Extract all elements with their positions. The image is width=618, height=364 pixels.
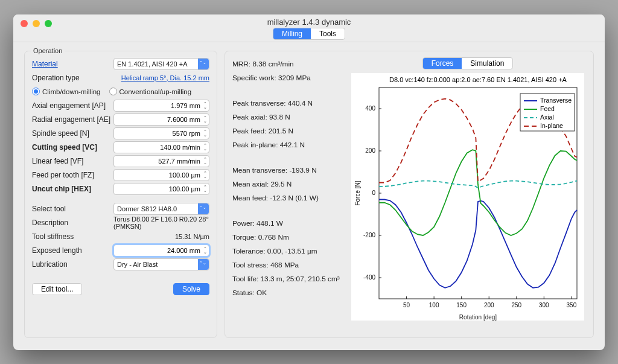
radio-climb[interactable]: Climb/down-milling xyxy=(32,88,101,95)
tool-stiffness: 15.31 N/µm xyxy=(113,233,209,240)
svg-text:Feed: Feed xyxy=(540,105,555,112)
window-title: millalyzer 1.4.3 dynamic xyxy=(13,14,605,27)
ae-input[interactable] xyxy=(113,113,209,126)
tool-description: Torus D8.00 2F L16.0 R0.20 28° (PMKSN) xyxy=(113,216,209,230)
svg-text:150: 150 xyxy=(456,302,467,308)
tab-simulation[interactable]: Simulation xyxy=(462,58,512,69)
radio-conventional[interactable]: Conventional/up-milling xyxy=(109,88,192,95)
forces-chart: 50100150200250300350-400-2000200400D8.0 … xyxy=(351,73,584,321)
svg-text:-400: -400 xyxy=(363,274,375,281)
svg-text:Rotation [deg]: Rotation [deg] xyxy=(459,314,497,321)
svg-text:0: 0 xyxy=(372,190,375,196)
material-link[interactable]: Material xyxy=(32,60,113,68)
results-panel: MRR: 8.38 cm³/min Specific work: 3209 MP… xyxy=(225,51,594,338)
n-input[interactable] xyxy=(113,127,209,139)
results-readout: MRR: 8.38 cm³/min Specific work: 3209 MP… xyxy=(232,57,341,331)
lubrication-select[interactable]: Dry - Air Blast xyxy=(113,258,209,270)
exposed-length-input[interactable] xyxy=(113,244,209,257)
vf-input[interactable] xyxy=(113,155,209,167)
vc-input[interactable] xyxy=(113,141,209,153)
fz-input[interactable] xyxy=(113,169,209,181)
svg-text:D8.0 vc:140 fz:0.000 ap:2.0 ae: D8.0 vc:140 fz:0.000 ap:2.0 ae:7.60 EN 1… xyxy=(389,76,567,83)
operation-panel: Operation Material EN 1.4021, AISI 420 +… xyxy=(24,51,217,338)
titlebar: millalyzer 1.4.3 dynamic Milling Tools xyxy=(13,14,605,42)
svg-text:Transverse: Transverse xyxy=(540,97,572,104)
chart-tab-group: Forces Simulation xyxy=(422,57,514,69)
tool-select[interactable]: Dormer S812 HA8.0 xyxy=(113,203,209,215)
window-controls xyxy=(21,20,52,27)
hex-input[interactable] xyxy=(113,183,209,195)
svg-text:200: 200 xyxy=(484,302,494,308)
optype-link[interactable]: Helical ramp 5°, Dia. 15.2 mm xyxy=(113,74,209,81)
svg-text:400: 400 xyxy=(365,105,375,112)
svg-text:100: 100 xyxy=(429,302,439,308)
svg-text:350: 350 xyxy=(567,302,577,308)
svg-text:250: 250 xyxy=(511,302,521,308)
solve-button[interactable]: Solve xyxy=(173,283,209,295)
svg-text:Axial: Axial xyxy=(540,113,554,121)
minimize-icon[interactable] xyxy=(33,20,40,27)
edit-tool-button[interactable]: Edit tool... xyxy=(32,283,82,295)
optype-label: Operation type xyxy=(32,74,113,82)
tab-tools[interactable]: Tools xyxy=(311,28,345,39)
svg-text:Force [N]: Force [N] xyxy=(354,180,361,205)
ap-input[interactable] xyxy=(113,100,209,112)
svg-text:50: 50 xyxy=(403,302,410,308)
zoom-icon[interactable] xyxy=(45,20,52,27)
tab-milling[interactable]: Milling xyxy=(273,28,311,39)
svg-text:200: 200 xyxy=(365,147,375,154)
tab-forces[interactable]: Forces xyxy=(423,58,462,69)
svg-text:In-plane: In-plane xyxy=(540,122,563,129)
top-tab-group: Milling Tools xyxy=(273,28,345,40)
close-icon[interactable] xyxy=(21,20,28,27)
app-window: millalyzer 1.4.3 dynamic Milling Tools O… xyxy=(13,14,605,350)
svg-text:-200: -200 xyxy=(363,232,375,238)
material-select[interactable]: EN 1.4021, AISI 420 +A xyxy=(113,58,209,70)
svg-text:300: 300 xyxy=(539,302,549,308)
panel-legend: Operation xyxy=(31,47,65,54)
